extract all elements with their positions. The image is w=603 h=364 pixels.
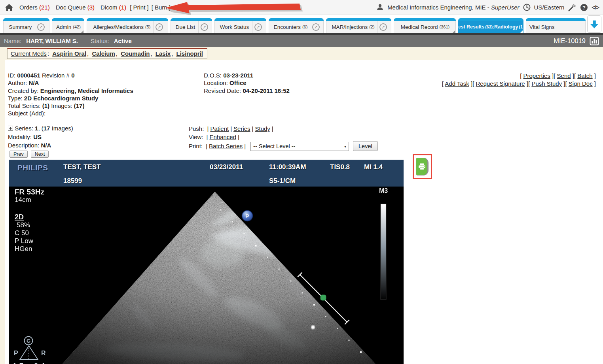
level-select-value: -- Select Level -- xyxy=(253,142,295,151)
popout-icon[interactable]: ↗ xyxy=(377,21,389,33)
tab-cap xyxy=(526,18,586,21)
philips-logo: PHILIPS xyxy=(17,164,48,172)
us-study-time: 11:00:39AM xyxy=(269,163,306,171)
med-link[interactable]: Lasix xyxy=(155,50,171,57)
tab-count: (63) xyxy=(485,25,493,29)
push-study-link[interactable]: Push Study xyxy=(531,80,562,87)
svg-text:14cm: 14cm xyxy=(15,196,31,204)
tab-allergies-medications[interactable]: Allergies/Medications(5) ↗ xyxy=(87,18,168,33)
request-signature-link[interactable]: Request Signature xyxy=(476,80,525,87)
us-study-date: 03/23/2011 xyxy=(210,163,243,171)
tab-due-list[interactable]: Due List ↗ xyxy=(171,18,212,33)
doc-queue-link[interactable]: Doc Queue (3) xyxy=(56,4,95,11)
expand-icon[interactable] xyxy=(8,126,13,131)
level-select[interactable]: -- Select Level --▾ xyxy=(250,142,349,151)
doc-revised-line: Revised Date: 04-20-2011 16:52 xyxy=(204,87,290,94)
svg-text:?: ? xyxy=(582,4,586,10)
dicom-link[interactable]: Dicom (1) xyxy=(100,4,126,11)
view-enhanced-link[interactable]: Enhanced xyxy=(210,134,237,140)
tab-work-status[interactable]: Work Status ↗ xyxy=(214,18,266,33)
print-link[interactable]: [ Print ] xyxy=(130,4,149,11)
popout-icon[interactable]: ↗ xyxy=(252,21,264,33)
document-info-left: ID: 0000451 Revision # 0 Author: N/A Cre… xyxy=(8,72,133,117)
caliper-handle[interactable] xyxy=(320,295,326,300)
tab-cap xyxy=(171,18,212,21)
subject-add-link[interactable]: Add xyxy=(31,110,42,117)
med-link[interactable]: Lisinopril xyxy=(176,50,203,57)
push-study-series-link[interactable]: Study xyxy=(255,125,270,132)
doc-dos-line: D.O.S: 03-23-2011 xyxy=(204,72,290,79)
code-icon[interactable]: </> xyxy=(592,4,599,11)
user-icon xyxy=(376,4,384,11)
med-link[interactable]: Coumadin xyxy=(121,50,150,57)
burn-link[interactable]: [ Burn ] xyxy=(152,4,171,11)
tab-label: Due List xyxy=(173,24,199,30)
tab-scroll-down-button[interactable] xyxy=(587,15,601,33)
tab-cap xyxy=(87,18,168,21)
user-name[interactable]: Medical Informatics Engineering, MIE - S… xyxy=(387,4,519,11)
tab-count2: (13) xyxy=(519,25,524,29)
sign-doc-link[interactable]: Sign Doc xyxy=(569,80,593,87)
modality-line: Modality: US xyxy=(8,133,73,141)
us-map-label: M3 xyxy=(379,187,388,194)
tab-admin[interactable]: Admin(42) xyxy=(52,18,84,33)
us-tis-value: TIS0.8 xyxy=(330,163,350,171)
ultrasound-image[interactable]: P M3 FR 53Hz 14cm 2D 58% C 50 P Low HGen xyxy=(9,187,404,364)
properties-link[interactable]: Properties xyxy=(523,72,550,79)
orders-count: (21) xyxy=(39,4,50,11)
tab-cap xyxy=(326,18,391,21)
orders-link[interactable]: Orders (21) xyxy=(19,4,50,11)
popout-icon[interactable]: ↗ xyxy=(153,21,165,33)
description-line: Description: N/A xyxy=(8,141,73,150)
doc-location-line: Location: Office xyxy=(204,79,290,87)
tab-test-results-radiology[interactable]: Test Results(63):Radiology(13) xyxy=(458,18,523,33)
user-name-text: Medical Informatics Engineering, MIE - xyxy=(387,4,489,11)
tab-cap xyxy=(3,18,49,21)
series-nav-buttons: Prev Next xyxy=(9,151,49,158)
doc-type-line: Type: 2D Echocardiogram Study xyxy=(8,94,133,102)
popout-icon[interactable]: ↗ xyxy=(35,21,47,33)
chart-tab-bar: Summary ↗ Admin(42) Allergies/Medication… xyxy=(0,15,603,33)
med-link[interactable]: Calcium xyxy=(92,50,115,57)
document-id-link[interactable]: 0000451 xyxy=(17,72,40,79)
webchart-page: Orders (21) Doc Queue (3) Dicom (1) [ Pr… xyxy=(0,0,603,364)
tab-label: Vital Signs xyxy=(526,24,558,30)
chart-stats-icon[interactable] xyxy=(590,37,599,45)
home-icon[interactable] xyxy=(5,4,13,11)
send-link[interactable]: Send xyxy=(557,72,571,79)
svg-text:P Low: P Low xyxy=(15,237,34,245)
next-button[interactable]: Next xyxy=(31,151,49,158)
tab-vital-signs[interactable]: Vital Signs xyxy=(526,18,586,33)
batch-link[interactable]: Batch xyxy=(577,72,592,79)
tab-count: (5) xyxy=(145,25,153,29)
svg-text:C 50: C 50 xyxy=(15,229,29,237)
arrow-shape xyxy=(165,2,301,13)
help-icon[interactable]: ? xyxy=(580,4,588,11)
magic-wand-icon[interactable] xyxy=(568,4,576,11)
us-probe-model: S5-1/CM xyxy=(269,177,296,185)
prev-button[interactable]: Prev xyxy=(9,151,28,158)
red-annotation-arrow xyxy=(160,0,307,15)
print-image-button[interactable] xyxy=(416,158,429,175)
level-button[interactable]: Level xyxy=(353,141,378,151)
med-link[interactable]: Aspirin Oral xyxy=(52,50,86,57)
current-meds-label[interactable]: Current Meds xyxy=(11,50,47,57)
tab-medical-record[interactable]: Medical Record(361) xyxy=(394,18,456,33)
push-patient-link[interactable]: Patient xyxy=(210,125,229,132)
top-toolbar: Orders (21) Doc Queue (3) Dicom (1) [ Pr… xyxy=(0,0,603,15)
push-line: Push: |Patient|Series|Study| xyxy=(189,124,378,133)
tab-count: (2) xyxy=(369,25,377,29)
add-task-link[interactable]: Add Task xyxy=(445,80,469,87)
popout-icon[interactable]: ↗ xyxy=(310,21,322,33)
tab-encounters[interactable]: Encounters(6) ↗ xyxy=(269,18,324,33)
tab-summary[interactable]: Summary ↗ xyxy=(3,18,49,33)
push-series-link[interactable]: Series xyxy=(233,125,250,132)
tab-mar-injections[interactable]: MAR/Injections(2) ↗ xyxy=(326,18,391,33)
tab-cap xyxy=(458,18,523,21)
tab-label2: :Radiology xyxy=(493,24,518,30)
batch-series-link[interactable]: Batch Series xyxy=(209,143,243,149)
timezone-label[interactable]: US/Eastern xyxy=(534,4,565,11)
svg-text:HGen: HGen xyxy=(15,245,32,253)
popout-icon[interactable]: ↗ xyxy=(198,21,210,33)
patient-header-bar: Name: HART, WILLIAM S. Status: Active MI… xyxy=(0,33,603,47)
